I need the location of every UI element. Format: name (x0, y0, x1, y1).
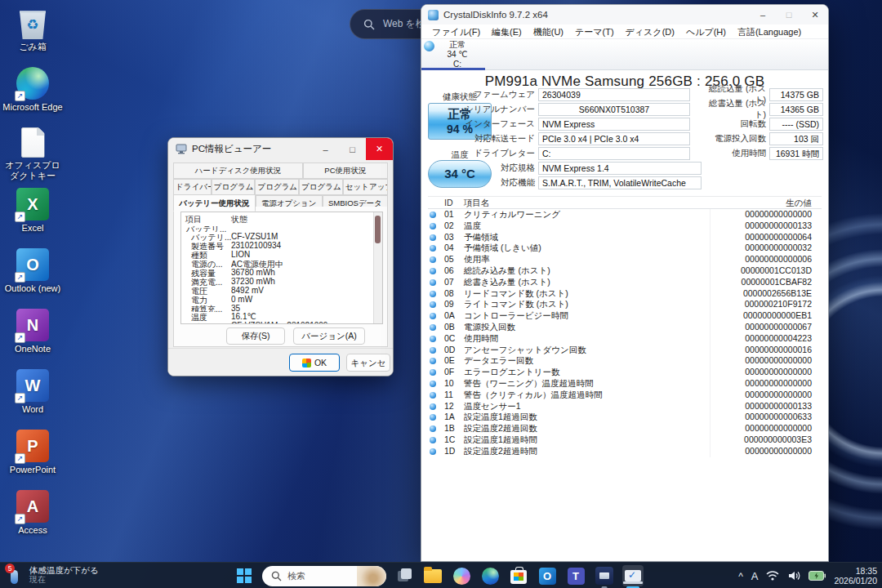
list-item[interactable]: バッテリ... CF-VZSU1M 231021009... (185, 321, 371, 324)
status-dot-icon (430, 381, 436, 387)
dialog-tab[interactable]: バッテリー使用状況 (173, 194, 256, 212)
ime-indicator[interactable]: A (751, 570, 759, 582)
menu-item[interactable]: 編集(E) (486, 24, 528, 38)
taskbar-search-box[interactable]: 検索 (262, 566, 386, 586)
support-assist-icon[interactable] (594, 565, 615, 586)
smart-attribute-row[interactable]: 10 警告（ワーニング）温度超過時間 00000000000000 (428, 378, 822, 390)
taskbar: 5 体感温度が下がる 現在 検索 (0, 562, 882, 588)
dialog-tab[interactable]: プログラム 3 (299, 179, 343, 195)
smart-attribute-row[interactable]: 0A コントローラービジー時間 00000000000EB1 (428, 310, 822, 322)
smart-attribute-row[interactable]: 09 ライトコマンド数 (ホスト) 000000210F9172 (428, 299, 822, 310)
status-dot-icon (430, 358, 436, 364)
smart-attribute-row[interactable]: 1A 設定温度1超過回数 00000000000633 (428, 412, 822, 423)
file-explorer-icon[interactable] (422, 565, 443, 586)
list-item[interactable]: バッテリ... (185, 224, 371, 233)
disk-tab[interactable]: 正常 34 ℃ C: (421, 39, 485, 70)
edge-icon[interactable] (479, 565, 501, 586)
dialog-tab[interactable]: セットアップ (343, 179, 388, 195)
window-titlebar[interactable]: CrystalDiskInfo 9.7.2 x64 – □ ✕ (421, 5, 828, 24)
menu-item[interactable]: 機能(U) (528, 24, 569, 38)
list-item[interactable]: 製造番号 23102100934 (185, 241, 371, 250)
scrollbar-thumb[interactable] (375, 216, 381, 243)
desktop-icon[interactable]: O ↗ Outlook (new) (2, 248, 64, 294)
scrollbar[interactable] (373, 212, 382, 323)
close-button[interactable]: ✕ (366, 138, 393, 160)
tray-overflow-chevron-icon[interactable]: ^ (738, 571, 743, 582)
smart-attribute-row[interactable]: 0F エラーログエントリー数 00000000000000 (428, 367, 822, 378)
smart-attribute-row[interactable]: 1C 設定温度1超過時間 000000000003E3 (428, 434, 822, 446)
desktop-icon[interactable]: P ↗ PowerPoint (2, 430, 64, 475)
list-item[interactable]: 電力 0 mW (185, 295, 371, 304)
menu-item[interactable]: 言語(Language) (732, 24, 807, 38)
wifi-icon[interactable] (766, 570, 779, 581)
menu-item[interactable]: ファイル(F) (426, 24, 486, 38)
microsoft-store-icon[interactable] (508, 565, 529, 586)
smart-attribute-row[interactable]: 1D 設定温度2超過時間 00000000000000 (428, 446, 822, 457)
desktop-icon[interactable]: X ↗ Excel (2, 188, 64, 234)
battery-charging-icon[interactable] (808, 571, 826, 581)
dialog-tab[interactable]: プログラム 2 (255, 179, 299, 195)
menu-item[interactable]: ヘルプ(H) (680, 24, 732, 38)
desktop-icon-label: Microsoft Edge (2, 102, 64, 113)
smart-attribute-row[interactable]: 0D アンセーフシャットダウン回数 00000000000016 (428, 345, 822, 356)
pc-info-viewer-taskbar-icon[interactable] (622, 565, 644, 586)
cancel-button[interactable]: キャンセル (346, 354, 390, 372)
desktop-icon[interactable]: ↗ Microsoft Edge (2, 67, 64, 113)
battery-status-list[interactable]: 項目 状態 バッテリ... バッテリ... (180, 212, 383, 324)
search-icon (363, 19, 375, 30)
desktop-icon[interactable]: W ↗ Word (2, 369, 64, 415)
dialog-tab[interactable]: ハードディスク使用状況 (173, 163, 303, 179)
desktop-icon[interactable]: N ↗ OneNote (2, 309, 64, 354)
dialog-tab[interactable]: ドライバー (173, 179, 212, 195)
app-icon: P ↗ (16, 430, 49, 462)
smart-attribute-row[interactable]: 04 予備領域 (しきい値) 00000000000032 (428, 243, 822, 254)
desktop-icon[interactable]: ↗ オフィスプロダクトキー (2, 127, 64, 180)
maximize-button[interactable]: □ (339, 138, 366, 160)
smart-attribute-row[interactable]: 08 リードコマンド数 (ホスト) 0000002656B13E (428, 288, 822, 300)
version-button[interactable]: バージョン(A) (293, 327, 365, 345)
list-item[interactable]: 温度 16.1℃ (185, 312, 371, 321)
list-item[interactable]: 電源の... AC電源使用中 (185, 259, 371, 268)
smart-attribute-row[interactable]: 05 使用率 00000000000006 (428, 254, 822, 265)
smart-attribute-row[interactable]: 03 予備領域 00000000000064 (428, 232, 822, 243)
smart-attribute-row[interactable]: 1B 設定温度2超過回数 00000000000000 (428, 423, 822, 434)
close-button[interactable]: ✕ (802, 5, 828, 24)
menu-item[interactable]: ディスク(D) (620, 24, 680, 38)
task-view-icon[interactable] (394, 565, 415, 586)
desktop-icon[interactable]: A ↗ Access (2, 490, 64, 536)
volume-icon[interactable] (787, 570, 800, 581)
dialog-titlebar[interactable]: PC情報ビューアー – □ ✕ (168, 138, 393, 160)
copilot-icon[interactable] (451, 565, 472, 586)
smart-attribute-row[interactable]: 07 総書き込み量 (ホスト) 00000001CBAF82 (428, 277, 822, 288)
disk-tab-temp: 34 ℃ (434, 50, 480, 60)
list-item[interactable]: 種類 LION (185, 250, 371, 259)
taskbar-clock[interactable]: 18:35 2026/01/20 (834, 566, 877, 586)
smart-attribute-row[interactable]: 01 クリティカルワーニング 00000000000000 (428, 209, 822, 220)
list-item[interactable]: 電圧 8492 mV (185, 286, 371, 295)
save-button[interactable]: 保存(S) (226, 327, 285, 345)
smart-attribute-row[interactable]: 0C 使用時間 00000000004223 (428, 333, 822, 345)
weather-widget[interactable]: 5 体感温度が下がる 現在 (7, 565, 99, 585)
drive-field: ドライブレター C: (450, 147, 702, 160)
smart-attribute-row[interactable]: 12 温度センサー1 00000000000133 (428, 401, 822, 412)
smart-attribute-row[interactable]: 0B 電源投入回数 00000000000067 (428, 322, 822, 333)
ok-button[interactable]: OK (289, 354, 340, 372)
teams-icon[interactable]: T (565, 565, 586, 586)
dialog-tab[interactable]: PC使用状況 (303, 163, 388, 179)
list-item[interactable]: 満充電... 37230 mWh (185, 277, 371, 286)
menu-item[interactable]: テーマ(T) (569, 24, 620, 38)
minimize-button[interactable]: – (750, 5, 776, 24)
maximize-button[interactable]: □ (776, 5, 802, 24)
desktop-icon[interactable]: ↗ ごみ箱 (2, 7, 64, 52)
smart-attribute-row[interactable]: 06 総読み込み量 (ホスト) 00000001CC013D (428, 265, 822, 277)
start-button[interactable] (234, 565, 255, 586)
minimize-button[interactable]: – (312, 138, 339, 160)
outlook-icon[interactable]: O (537, 565, 558, 586)
smart-attribute-row[interactable]: 0E データエラー回数 00000000000000 (428, 355, 822, 367)
smart-attribute-row[interactable]: 11 警告（クリティカル）温度超過時間 00000000000000 (428, 390, 822, 401)
dialog-tab[interactable]: プログラム 1 (212, 179, 256, 195)
list-item[interactable]: 積算充... 35 (185, 304, 371, 313)
smart-attribute-row[interactable]: 02 温度 00000000000133 (428, 220, 822, 232)
list-item[interactable]: バッテリ... CF-VZSU1M (185, 232, 371, 241)
list-item[interactable]: 残容量 36780 mWh (185, 268, 371, 277)
